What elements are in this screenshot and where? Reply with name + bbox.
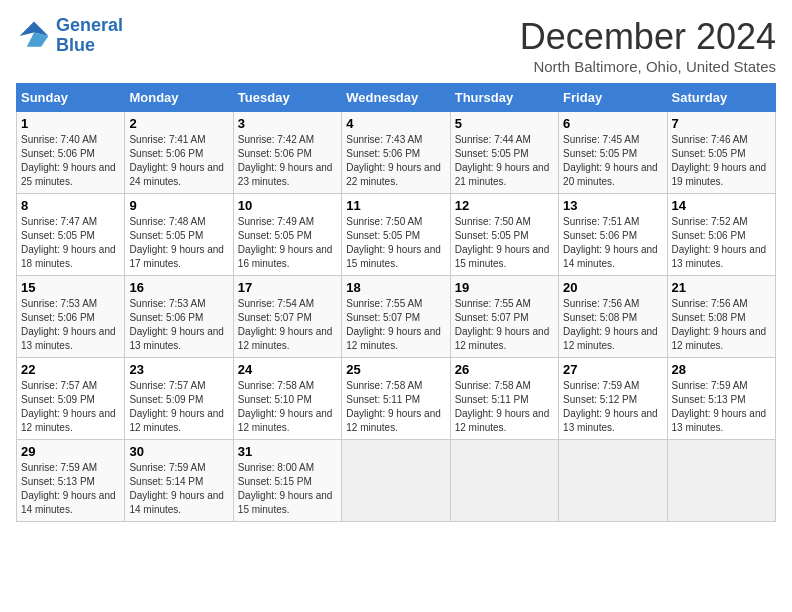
calendar-header-day: Friday [559, 84, 667, 112]
calendar-body: 1 Sunrise: 7:40 AMSunset: 5:06 PMDayligh… [17, 112, 776, 522]
day-number: 6 [563, 116, 662, 131]
day-number: 18 [346, 280, 445, 295]
day-info: Sunrise: 7:46 AMSunset: 5:05 PMDaylight:… [672, 134, 767, 187]
calendar-cell: 26 Sunrise: 7:58 AMSunset: 5:11 PMDaylig… [450, 358, 558, 440]
day-info: Sunrise: 7:58 AMSunset: 5:10 PMDaylight:… [238, 380, 333, 433]
day-number: 1 [21, 116, 120, 131]
calendar-week-row: 1 Sunrise: 7:40 AMSunset: 5:06 PMDayligh… [17, 112, 776, 194]
day-number: 12 [455, 198, 554, 213]
calendar-cell: 16 Sunrise: 7:53 AMSunset: 5:06 PMDaylig… [125, 276, 233, 358]
calendar-cell [450, 440, 558, 522]
calendar-cell: 24 Sunrise: 7:58 AMSunset: 5:10 PMDaylig… [233, 358, 341, 440]
day-number: 5 [455, 116, 554, 131]
calendar-table: SundayMondayTuesdayWednesdayThursdayFrid… [16, 83, 776, 522]
day-number: 8 [21, 198, 120, 213]
calendar-cell: 20 Sunrise: 7:56 AMSunset: 5:08 PMDaylig… [559, 276, 667, 358]
day-number: 2 [129, 116, 228, 131]
day-number: 14 [672, 198, 771, 213]
day-info: Sunrise: 7:47 AMSunset: 5:05 PMDaylight:… [21, 216, 116, 269]
calendar-cell: 11 Sunrise: 7:50 AMSunset: 5:05 PMDaylig… [342, 194, 450, 276]
day-number: 13 [563, 198, 662, 213]
day-number: 16 [129, 280, 228, 295]
calendar-header-day: Saturday [667, 84, 775, 112]
calendar-cell: 23 Sunrise: 7:57 AMSunset: 5:09 PMDaylig… [125, 358, 233, 440]
day-info: Sunrise: 7:44 AMSunset: 5:05 PMDaylight:… [455, 134, 550, 187]
day-info: Sunrise: 7:56 AMSunset: 5:08 PMDaylight:… [563, 298, 658, 351]
day-number: 22 [21, 362, 120, 377]
day-number: 3 [238, 116, 337, 131]
calendar-cell: 12 Sunrise: 7:50 AMSunset: 5:05 PMDaylig… [450, 194, 558, 276]
day-info: Sunrise: 7:53 AMSunset: 5:06 PMDaylight:… [21, 298, 116, 351]
day-number: 24 [238, 362, 337, 377]
calendar-cell: 15 Sunrise: 7:53 AMSunset: 5:06 PMDaylig… [17, 276, 125, 358]
day-info: Sunrise: 7:59 AMSunset: 5:13 PMDaylight:… [21, 462, 116, 515]
calendar-cell: 4 Sunrise: 7:43 AMSunset: 5:06 PMDayligh… [342, 112, 450, 194]
calendar-cell: 25 Sunrise: 7:58 AMSunset: 5:11 PMDaylig… [342, 358, 450, 440]
day-number: 15 [21, 280, 120, 295]
calendar-cell: 10 Sunrise: 7:49 AMSunset: 5:05 PMDaylig… [233, 194, 341, 276]
calendar-cell: 17 Sunrise: 7:54 AMSunset: 5:07 PMDaylig… [233, 276, 341, 358]
day-info: Sunrise: 7:49 AMSunset: 5:05 PMDaylight:… [238, 216, 333, 269]
day-info: Sunrise: 7:41 AMSunset: 5:06 PMDaylight:… [129, 134, 224, 187]
calendar-cell: 1 Sunrise: 7:40 AMSunset: 5:06 PMDayligh… [17, 112, 125, 194]
calendar-header-day: Tuesday [233, 84, 341, 112]
logo-line1: General [56, 15, 123, 35]
day-info: Sunrise: 7:57 AMSunset: 5:09 PMDaylight:… [21, 380, 116, 433]
calendar-subtitle: North Baltimore, Ohio, United States [520, 58, 776, 75]
day-number: 30 [129, 444, 228, 459]
day-info: Sunrise: 7:59 AMSunset: 5:12 PMDaylight:… [563, 380, 658, 433]
day-info: Sunrise: 7:42 AMSunset: 5:06 PMDaylight:… [238, 134, 333, 187]
title-block: December 2024 North Baltimore, Ohio, Uni… [520, 16, 776, 75]
logo-text: General Blue [56, 16, 123, 56]
day-info: Sunrise: 7:50 AMSunset: 5:05 PMDaylight:… [346, 216, 441, 269]
calendar-cell: 18 Sunrise: 7:55 AMSunset: 5:07 PMDaylig… [342, 276, 450, 358]
day-number: 19 [455, 280, 554, 295]
day-number: 23 [129, 362, 228, 377]
day-number: 20 [563, 280, 662, 295]
calendar-cell: 28 Sunrise: 7:59 AMSunset: 5:13 PMDaylig… [667, 358, 775, 440]
day-number: 31 [238, 444, 337, 459]
day-info: Sunrise: 7:59 AMSunset: 5:14 PMDaylight:… [129, 462, 224, 515]
calendar-week-row: 8 Sunrise: 7:47 AMSunset: 5:05 PMDayligh… [17, 194, 776, 276]
calendar-cell [667, 440, 775, 522]
day-number: 26 [455, 362, 554, 377]
calendar-title: December 2024 [520, 16, 776, 58]
header: General Blue December 2024 North Baltimo… [16, 16, 776, 75]
logo: General Blue [16, 16, 123, 56]
calendar-cell: 31 Sunrise: 8:00 AMSunset: 5:15 PMDaylig… [233, 440, 341, 522]
day-info: Sunrise: 7:57 AMSunset: 5:09 PMDaylight:… [129, 380, 224, 433]
calendar-header-day: Monday [125, 84, 233, 112]
logo-icon [16, 18, 52, 54]
calendar-cell: 22 Sunrise: 7:57 AMSunset: 5:09 PMDaylig… [17, 358, 125, 440]
day-number: 27 [563, 362, 662, 377]
calendar-cell: 9 Sunrise: 7:48 AMSunset: 5:05 PMDayligh… [125, 194, 233, 276]
day-number: 10 [238, 198, 337, 213]
calendar-header-day: Sunday [17, 84, 125, 112]
calendar-week-row: 15 Sunrise: 7:53 AMSunset: 5:06 PMDaylig… [17, 276, 776, 358]
day-number: 17 [238, 280, 337, 295]
day-info: Sunrise: 7:56 AMSunset: 5:08 PMDaylight:… [672, 298, 767, 351]
calendar-cell: 19 Sunrise: 7:55 AMSunset: 5:07 PMDaylig… [450, 276, 558, 358]
day-number: 9 [129, 198, 228, 213]
calendar-cell: 29 Sunrise: 7:59 AMSunset: 5:13 PMDaylig… [17, 440, 125, 522]
calendar-cell [342, 440, 450, 522]
calendar-cell: 14 Sunrise: 7:52 AMSunset: 5:06 PMDaylig… [667, 194, 775, 276]
day-info: Sunrise: 7:59 AMSunset: 5:13 PMDaylight:… [672, 380, 767, 433]
day-info: Sunrise: 7:55 AMSunset: 5:07 PMDaylight:… [346, 298, 441, 351]
day-info: Sunrise: 7:53 AMSunset: 5:06 PMDaylight:… [129, 298, 224, 351]
day-info: Sunrise: 7:52 AMSunset: 5:06 PMDaylight:… [672, 216, 767, 269]
calendar-cell: 3 Sunrise: 7:42 AMSunset: 5:06 PMDayligh… [233, 112, 341, 194]
day-info: Sunrise: 8:00 AMSunset: 5:15 PMDaylight:… [238, 462, 333, 515]
calendar-cell [559, 440, 667, 522]
calendar-cell: 21 Sunrise: 7:56 AMSunset: 5:08 PMDaylig… [667, 276, 775, 358]
calendar-week-row: 22 Sunrise: 7:57 AMSunset: 5:09 PMDaylig… [17, 358, 776, 440]
day-number: 4 [346, 116, 445, 131]
day-number: 11 [346, 198, 445, 213]
calendar-cell: 5 Sunrise: 7:44 AMSunset: 5:05 PMDayligh… [450, 112, 558, 194]
logo-line2: Blue [56, 35, 95, 55]
day-number: 29 [21, 444, 120, 459]
day-info: Sunrise: 7:45 AMSunset: 5:05 PMDaylight:… [563, 134, 658, 187]
calendar-cell: 6 Sunrise: 7:45 AMSunset: 5:05 PMDayligh… [559, 112, 667, 194]
calendar-cell: 7 Sunrise: 7:46 AMSunset: 5:05 PMDayligh… [667, 112, 775, 194]
day-number: 28 [672, 362, 771, 377]
